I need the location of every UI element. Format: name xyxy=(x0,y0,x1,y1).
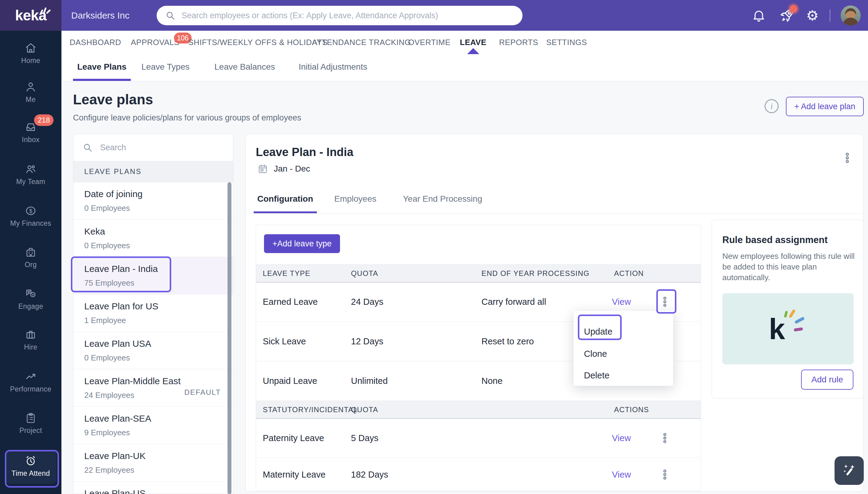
rocket-notification-dot xyxy=(790,5,797,13)
menu-item-update[interactable]: Update xyxy=(584,325,613,338)
sidebar-item-hire[interactable]: Hire xyxy=(0,328,61,352)
table-row: Paternity Leave 5 Days View xyxy=(256,418,701,458)
list-item[interactable]: Date of joining 0 Employees xyxy=(73,182,233,220)
subtab-initial-adjustments[interactable]: Initial Adjustments xyxy=(294,54,372,81)
tab-leave[interactable]: LEAVE xyxy=(460,31,486,54)
list-item-selected[interactable]: Leave Plan - India 75 Employees xyxy=(73,257,233,294)
plan-detail-tabs: Configuration Employees Year End Process… xyxy=(246,186,863,213)
magic-wand-button[interactable] xyxy=(834,456,864,485)
tab-reports[interactable]: REPORTS xyxy=(499,31,538,54)
sidebar-item-me[interactable]: Me xyxy=(0,81,61,104)
list-item[interactable]: Leave Plan-US xyxy=(73,481,233,494)
sidebar-item-my-finances[interactable]: $ My Finances xyxy=(0,205,61,228)
subtab-leave-balances[interactable]: Leave Balances xyxy=(210,54,279,81)
sidebar-item-home[interactable]: Home xyxy=(0,42,61,65)
global-search-input[interactable] xyxy=(181,11,522,21)
briefcase-icon xyxy=(0,328,61,341)
sidebar-item-my-team[interactable]: My Team xyxy=(0,163,61,186)
plans-search-input[interactable] xyxy=(99,142,233,153)
keka-logo-mark: k xyxy=(762,309,814,348)
plans-list-header: LEAVE PLANS xyxy=(73,161,233,182)
add-rule-button[interactable]: Add rule xyxy=(801,369,853,390)
menu-item-clone[interactable]: Clone xyxy=(584,348,607,360)
subtab-leave-plans[interactable]: Leave Plans xyxy=(73,54,131,81)
subtab-leave-types[interactable]: Leave Types xyxy=(137,54,194,81)
svg-text:$: $ xyxy=(29,208,32,214)
tab-settings[interactable]: SETTINGS xyxy=(546,31,587,54)
row-kebab-icon[interactable] xyxy=(659,468,671,481)
sidebar-item-project[interactable]: Project xyxy=(0,412,61,435)
page-subtitle: Configure leave policies/plans for vario… xyxy=(73,113,301,122)
team-icon xyxy=(0,163,61,175)
rule-panel-description: New employees following this rule will b… xyxy=(722,251,856,283)
view-link[interactable]: View xyxy=(612,433,631,443)
sidebar-item-time-attend[interactable]: Time Attend xyxy=(0,455,61,478)
row-context-menu: Update Clone Delete xyxy=(573,310,673,386)
settings-gear-icon[interactable]: ⚙ xyxy=(802,0,823,31)
plan-detail-title: Leave Plan - India xyxy=(256,146,353,159)
default-tag: DEFAULT xyxy=(184,388,221,397)
view-link[interactable]: View xyxy=(612,469,631,479)
tab-attendance-tracking[interactable]: ATTENDANCE TRACKING xyxy=(312,31,411,54)
leave-plans-panel: LEAVE PLANS Date of joining 0 Employees … xyxy=(73,134,233,494)
rule-based-assignment-panel: Rule based assignment New employees foll… xyxy=(712,220,864,398)
tab-employees[interactable]: Employees xyxy=(331,186,380,213)
menu-item-delete[interactable]: Delete xyxy=(584,369,610,381)
list-item[interactable]: Leave Plan-SEA 9 Employees xyxy=(73,407,233,444)
plans-search-row xyxy=(73,134,233,161)
active-tab-caret xyxy=(467,48,479,54)
search-icon xyxy=(82,142,93,153)
plan-period: Jan - Dec xyxy=(257,163,310,174)
person-icon xyxy=(0,81,61,93)
tab-overtime[interactable]: OVERTIME xyxy=(408,31,450,54)
dollar-icon: $ xyxy=(0,205,61,217)
list-item[interactable]: Leave Plan-Middle East 24 Employees DEFA… xyxy=(73,369,233,407)
tab-year-end-processing[interactable]: Year End Processing xyxy=(399,186,486,213)
row-kebab-icon[interactable] xyxy=(659,295,671,308)
plan-kebab-icon[interactable] xyxy=(841,152,853,164)
magic-wand-icon xyxy=(841,463,857,478)
sidebar: Home Me 218 Inbox My Team $ My Finances … xyxy=(0,31,61,494)
calendar-icon xyxy=(257,163,268,174)
rule-panel-illustration: k xyxy=(722,293,854,364)
global-search xyxy=(157,6,522,25)
tab-shifts[interactable]: SHIFTS/WEEKLY OFFS & HOLIDAYS xyxy=(188,31,328,54)
building-icon xyxy=(0,246,61,258)
sidebar-item-org[interactable]: Org xyxy=(0,246,61,269)
inbox-badge: 218 xyxy=(34,114,54,126)
tab-configuration[interactable]: Configuration xyxy=(254,186,317,213)
module-nav: DASHBOARD APPROVALS106 SHIFTS/WEEKLY OFF… xyxy=(61,31,868,54)
leave-table-header: LEAVE TYPE QUOTA END OF YEAR PROCESSING … xyxy=(256,264,701,283)
whats-new-rocket-icon[interactable] xyxy=(776,0,797,31)
alarm-clock-icon xyxy=(0,455,61,467)
view-link[interactable]: View xyxy=(612,297,631,307)
notifications-bell-icon[interactable] xyxy=(748,0,769,31)
sidebar-item-performance[interactable]: Performance xyxy=(0,370,61,393)
tab-dashboard[interactable]: DASHBOARD xyxy=(70,31,121,54)
chat-icon xyxy=(0,288,61,300)
trend-icon xyxy=(0,370,61,383)
list-item[interactable]: Leave Plan for US 1 Employee xyxy=(73,294,233,332)
row-kebab-icon[interactable] xyxy=(659,431,671,445)
user-avatar[interactable] xyxy=(841,5,861,25)
sidebar-item-inbox[interactable]: Inbox xyxy=(0,121,61,144)
add-leave-type-button[interactable]: +Add leave type xyxy=(264,234,340,253)
list-item[interactable]: Keka 0 Employees xyxy=(73,220,233,257)
keka-logo-ticks xyxy=(39,5,71,15)
app-screen: Leave plans Configure leave policies/pla… xyxy=(0,0,868,494)
info-icon[interactable]: i xyxy=(765,99,778,113)
add-leave-plan-button[interactable]: + Add leave plan xyxy=(786,97,864,116)
plan-period-label: Jan - Dec xyxy=(274,164,310,174)
list-item[interactable]: Leave Plan-UK 22 Employees xyxy=(73,444,233,481)
tab-approvals[interactable]: APPROVALS106 xyxy=(131,31,179,54)
sidebar-item-engage[interactable]: Engage xyxy=(0,288,61,310)
keka-logo: keka xyxy=(0,0,61,31)
list-scrollbar[interactable] xyxy=(228,182,231,494)
top-bar: keka Darksiders Inc ⚙ xyxy=(0,0,868,31)
list-item[interactable]: Leave Plan USA 0 Employees xyxy=(73,332,233,369)
clipboard-icon xyxy=(0,412,61,424)
topbar-divider xyxy=(830,10,830,22)
company-name: Darksiders Inc xyxy=(71,0,130,31)
leave-subnav: Leave Plans Leave Types Leave Balances I… xyxy=(61,54,868,81)
statutory-table-header: STATUTORY/INCIDENTAL QUOTA ACTIONS xyxy=(256,401,701,419)
